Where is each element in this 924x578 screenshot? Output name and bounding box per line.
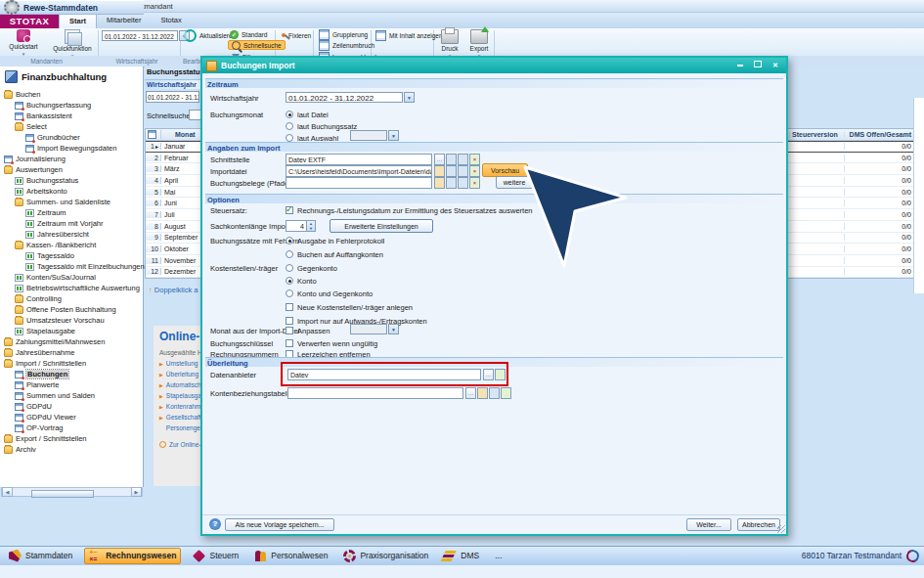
importdatei-input[interactable]: C:\Users\heisfeld\Documents\Import-Datei… (286, 165, 432, 177)
module-item[interactable]: Rechnungswesen (84, 548, 181, 564)
dialog-titlebar[interactable]: Buchungen Import ✕ (202, 58, 786, 73)
module-item[interactable]: ... (491, 549, 506, 563)
radio-option[interactable]: Konto (286, 276, 373, 286)
tree-item[interactable]: Summen und Salden (0, 390, 143, 401)
dms-header[interactable]: DMS Offen/Gesamt (844, 131, 914, 138)
close-button[interactable]: ✕ (768, 60, 783, 70)
kontenbeziehungstabelle-input[interactable] (287, 387, 463, 399)
maximize-button[interactable] (750, 60, 766, 70)
vorlage-speichern-button[interactable]: Als neue Vorlage speichern... (225, 518, 334, 531)
checkbox-option[interactable]: Neue Kostenstellen/-träger anlegen (286, 302, 427, 312)
tree-item[interactable]: Tagessaldo mit Einzelbuchungen (0, 261, 143, 272)
scrollbar-thumb[interactable] (31, 490, 94, 498)
wirtschaftsjahr-ribbon-combo[interactable]: 01.01.2022 - 31.12.2022 ▼ (102, 30, 190, 41)
copy-icon-button[interactable] (458, 154, 468, 165)
tree-item[interactable]: Tagessaldo (0, 250, 143, 261)
module-item[interactable]: DMS (440, 549, 483, 563)
weitere-button[interactable]: weitere (496, 176, 533, 189)
tree-item[interactable]: Import Bewegungsdaten (0, 143, 143, 154)
clear-icon-button[interactable]: × (469, 165, 480, 177)
abbrechen-button[interactable]: Abbrechen (737, 518, 780, 531)
tree-item[interactable]: Umsatzsteuer Vorschau (0, 315, 143, 326)
tree-item[interactable]: Zeitraum (0, 207, 143, 218)
refresh-client-icon[interactable] (904, 548, 921, 564)
tree-item[interactable]: Betriebswirtschaftliche Auswertung (0, 283, 143, 293)
tree-item[interactable]: Select (0, 121, 143, 132)
sachkonten-spinner[interactable]: 4 ▲▼ (286, 220, 316, 232)
tree-item[interactable]: GDPdU Viewer (0, 412, 143, 422)
edit-icon-button[interactable] (446, 177, 457, 189)
radio-option[interactable]: Konto und Gegenkonto (286, 289, 373, 298)
tree-item[interactable]: Buchungserfassung (0, 100, 143, 111)
ribbon-tab[interactable]: Stotax (152, 13, 192, 27)
steuersatz-checkbox[interactable]: Rechnungs-/Leistungsdatum zur Ermittlung… (286, 205, 533, 215)
tree-item[interactable]: Jahresübernahme (0, 347, 143, 358)
table-scrollbar[interactable] (913, 98, 924, 293)
druck-button[interactable]: Druck ▾ (438, 29, 462, 59)
vorschau-button[interactable]: Vorschau (482, 163, 528, 177)
folder-icon-button[interactable] (434, 177, 445, 189)
fixieren-button[interactable]: Fixieren (282, 30, 311, 40)
scroll-left-icon[interactable]: ◀ (2, 487, 13, 497)
tree-item[interactable]: Buchungen (0, 369, 143, 379)
spinner-arrows-icon[interactable]: ▲▼ (307, 220, 316, 232)
clear-icon-button[interactable]: × (469, 154, 480, 165)
erweiterte-einstellungen-button[interactable]: Erweiterte Einstellungen (330, 219, 433, 233)
wirtschaftsjahr-combo-background[interactable]: 01.01.2022 - 31.12.2 (146, 91, 199, 103)
tree-item[interactable]: Planwerte (0, 379, 143, 390)
edit-icon-button[interactable] (446, 154, 457, 165)
sidebar-horizontal-scrollbar[interactable]: ◀ ▶ (1, 487, 143, 497)
module-item[interactable]: Praxisorganisation (339, 549, 432, 563)
steuerversion-header[interactable]: Steuerversion (789, 131, 844, 138)
verwerfen-checkbox[interactable]: Verwerfen wenn ungültig (286, 338, 377, 348)
tree-item[interactable]: Journalisierung (0, 154, 143, 164)
copy-icon-button[interactable] (458, 165, 468, 177)
ribbon-tab[interactable]: Mitarbeiter (97, 13, 151, 27)
folder-icon-button[interactable] (434, 165, 445, 177)
tree-item[interactable]: Import / Schnittstellen (0, 358, 143, 369)
help-icon[interactable]: ? (209, 518, 221, 530)
radio-option[interactable]: laut Datei (286, 110, 357, 119)
radio-option[interactable]: Ausgabe in Fehlerprotokoll (286, 236, 384, 245)
clear-icon-button[interactable] (501, 387, 511, 399)
tree-item[interactable]: Grundbücher (0, 132, 143, 143)
monat-combo[interactable]: ▼ (350, 324, 399, 334)
tree-item[interactable]: Archiv (0, 444, 143, 455)
copy-icon-button[interactable] (458, 177, 468, 189)
tree-item[interactable]: Jahresübersicht (0, 229, 143, 240)
chevron-down-icon[interactable]: ▼ (404, 92, 415, 103)
chevron-down-icon[interactable]: ▼ (388, 324, 399, 334)
schnellsuche-button[interactable]: Schnellsuche (228, 40, 286, 50)
weiter-button[interactable]: Weiter... (686, 518, 731, 531)
tree-item[interactable]: Controlling (0, 293, 143, 304)
anpassen-checkbox[interactable]: Anpassen (286, 326, 330, 335)
tree-item[interactable]: Buchen (0, 89, 143, 100)
wirtschaftsjahr-combo[interactable]: 01.01.2022 - 31.12.2022 ▼ (286, 92, 415, 103)
quickfunktion-button[interactable]: Quickfunktion ▾ (47, 29, 98, 59)
gruppierung-button[interactable]: Gruppierung (319, 29, 368, 39)
table-filter-icon[interactable] (148, 130, 156, 139)
tree-item[interactable]: Konten/SuSa/Journal (0, 272, 143, 283)
auswahl-combo[interactable]: ▼ (350, 130, 399, 141)
radio-option[interactable]: laut Buchungssatz (286, 121, 357, 131)
edit-icon-button[interactable] (489, 387, 500, 399)
tree-item[interactable]: GDPdU (0, 401, 143, 412)
tree-item[interactable]: OP-Vortrag (0, 422, 143, 433)
radio-option[interactable]: Gegenkonto (286, 263, 373, 273)
aktualisieren-button[interactable]: Aktualisieren (184, 30, 236, 40)
module-item[interactable]: Steuern (189, 549, 242, 563)
ribbon-tab[interactable]: Start (59, 13, 97, 28)
scroll-right-icon[interactable]: ▶ (131, 487, 142, 497)
quickstart-button[interactable]: Quickstart ▾ (2, 29, 45, 57)
export-button[interactable]: Export ▾ (466, 29, 492, 59)
tree-item[interactable]: Buchungsstatus (0, 175, 143, 186)
tree-item[interactable]: Zahlungsmittel/Mahnwesen (0, 336, 143, 347)
tree-item[interactable]: Offene Posten Buchhaltung (0, 304, 143, 315)
sidebar-module-button[interactable]: Rewe-Stammdaten (0, 0, 144, 15)
standard-button[interactable]: ✓ Standard (230, 29, 267, 39)
mit-inhalt-button[interactable]: Mit Inhalt anzeigen (375, 30, 443, 40)
zeilenumbruch-button[interactable]: Zeilenumbruch (319, 40, 374, 50)
new-icon-button[interactable] (477, 387, 488, 399)
edit-icon-button[interactable] (446, 165, 457, 177)
browse-ellipsis-button[interactable]: … (465, 387, 476, 399)
